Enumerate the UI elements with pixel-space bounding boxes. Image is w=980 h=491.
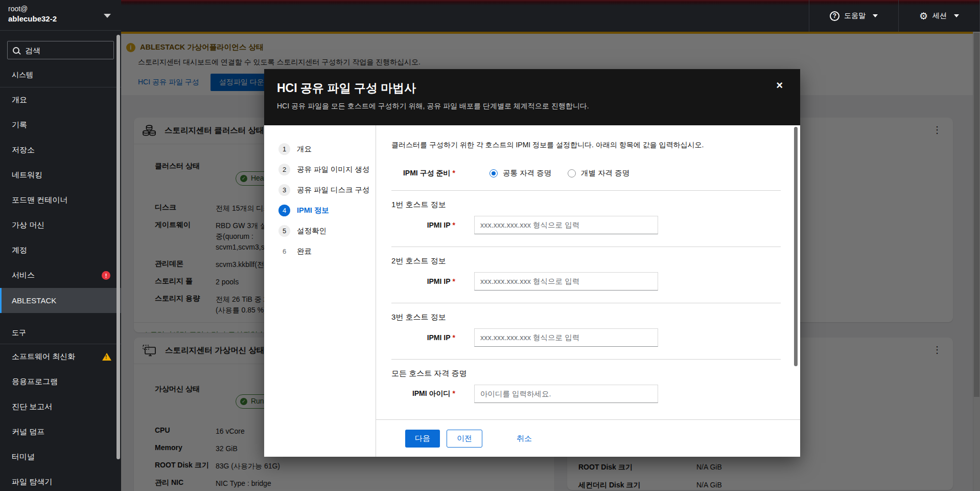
sidebar-item-overview[interactable]: 개요 bbox=[0, 87, 121, 113]
credentials-heading: 모든 호스트 자격 증명 bbox=[391, 369, 781, 378]
modal-header: HCI 공유 파일 구성 마법사 HCI 공유 파일을 모든 호스트에 구성하기… bbox=[264, 69, 800, 125]
wizard-body: 클러스터를 구성하기 위한 각 호스트의 IPMI 정보를 설정합니다. 아래의… bbox=[376, 125, 800, 419]
modal-subtitle: HCI 공유 파일을 모든 호스트에 구성하기 위해, 공유 파일 배포를 단계… bbox=[277, 102, 785, 111]
required-mark: * bbox=[453, 389, 455, 397]
sidebar-item-ablestack[interactable]: ABLESTACK bbox=[0, 288, 121, 313]
radio-icon bbox=[568, 169, 576, 177]
sidebar-item-applications[interactable]: 응용프로그램 bbox=[0, 369, 121, 394]
host2-ip-row: IPMI IP* bbox=[391, 272, 781, 291]
divider bbox=[391, 303, 781, 303]
error-badge-icon: ! bbox=[102, 271, 110, 280]
help-label: 도움말 bbox=[844, 11, 866, 20]
help-icon: ? bbox=[830, 11, 839, 21]
divider bbox=[391, 359, 781, 360]
radio-individual-credentials[interactable]: 개별 자격 증명 bbox=[568, 168, 629, 178]
wizard-intro: 클러스터를 구성하기 위한 각 호스트의 IPMI 정보를 설정합니다. 아래의… bbox=[391, 141, 781, 150]
sidebar-item-accounts[interactable]: 계정 bbox=[0, 238, 121, 263]
masthead: ? 도움말 ⚙ 세션 bbox=[121, 0, 980, 32]
hostname: ablecube32-2 bbox=[8, 14, 113, 23]
ipmi-id-input[interactable] bbox=[474, 385, 658, 403]
chevron-down-icon bbox=[954, 14, 959, 17]
divider bbox=[391, 190, 781, 191]
field-label: IPMI IP* bbox=[391, 277, 455, 285]
sidebar-scrollbar[interactable] bbox=[116, 35, 120, 459]
host2-heading: 2번 호스트 정보 bbox=[391, 256, 781, 266]
wizard-footer: 다음 이전 취소 bbox=[376, 419, 800, 457]
wizard-steps: 1개요 2공유 파일 이미지 생성 3공유 파일 디스크 구성 4IPMI 정보… bbox=[264, 125, 376, 457]
host2-ipmi-ip-input[interactable] bbox=[474, 272, 658, 291]
required-mark: * bbox=[453, 169, 455, 177]
required-mark: * bbox=[453, 333, 455, 342]
sidebar-item-podman[interactable]: 포드맨 컨테이너 bbox=[0, 188, 121, 213]
gear-icon: ⚙ bbox=[919, 11, 928, 21]
host3-heading: 3번 호스트 정보 bbox=[391, 313, 781, 322]
ipmi-prep-row: IPMI 구성 준비* 공통 자격 증명 개별 자격 증명 bbox=[391, 168, 781, 178]
search-input[interactable] bbox=[24, 46, 108, 55]
session-menu[interactable]: ⚙ 세션 bbox=[898, 0, 980, 32]
sidebar-item-networking[interactable]: 네트워킹 bbox=[0, 163, 121, 188]
sidebar-item-terminal[interactable]: 터미널 bbox=[0, 444, 121, 470]
sidebar-item-diagnostic-report[interactable]: 진단 보고서 bbox=[0, 394, 121, 419]
help-menu[interactable]: ? 도움말 bbox=[809, 0, 898, 32]
field-label: IPMI IP* bbox=[391, 221, 455, 229]
field-label: IPMI 아이디* bbox=[391, 389, 455, 398]
sidebar-item-kernel-dump[interactable]: 커널 덤프 bbox=[0, 419, 121, 444]
host1-ipmi-ip-input[interactable] bbox=[474, 216, 658, 234]
wizard-step-image-create[interactable]: 2공유 파일 이미지 생성 bbox=[264, 159, 376, 180]
host3-ip-row: IPMI IP* bbox=[391, 328, 781, 347]
radio-icon bbox=[489, 169, 498, 177]
wizard-step-disk-config[interactable]: 3공유 파일 디스크 구성 bbox=[264, 180, 376, 200]
user-menu[interactable]: root@ ablecube32-2 bbox=[0, 0, 121, 31]
hci-wizard-modal: HCI 공유 파일 구성 마법사 HCI 공유 파일을 모든 호스트에 구성하기… bbox=[264, 69, 800, 457]
close-icon[interactable]: × bbox=[773, 79, 786, 92]
wizard-step-overview[interactable]: 1개요 bbox=[264, 139, 376, 159]
session-label: 세션 bbox=[932, 11, 947, 20]
sidebar-item-storage[interactable]: 저장소 bbox=[0, 138, 121, 163]
host1-heading: 1번 호스트 정보 bbox=[391, 200, 781, 210]
sidebar-item-services[interactable]: 서비스 ! bbox=[0, 263, 121, 288]
user-prefix: root@ bbox=[8, 5, 113, 13]
field-label: IPMI 구성 준비* bbox=[391, 169, 455, 178]
sidebar-section-tools: 도구 bbox=[0, 321, 121, 344]
ipmi-id-row: IPMI 아이디* bbox=[391, 385, 781, 403]
host3-ipmi-ip-input[interactable] bbox=[474, 328, 658, 347]
wizard-step-confirm[interactable]: 5설정확인 bbox=[264, 220, 376, 241]
sidebar-section-system: 시스템 bbox=[0, 59, 121, 87]
required-mark: * bbox=[453, 277, 455, 285]
cancel-button[interactable]: 취소 bbox=[514, 433, 535, 444]
chevron-down-icon bbox=[104, 14, 111, 18]
sidebar-item-software-updates[interactable]: 소프트웨어 최신화 ! bbox=[0, 344, 121, 369]
wizard-step-ipmi-info[interactable]: 4IPMI 정보 bbox=[264, 200, 376, 220]
warning-badge-icon: ! bbox=[102, 353, 111, 361]
host1-ip-row: IPMI IP* bbox=[391, 216, 781, 234]
sidebar-search[interactable] bbox=[7, 41, 114, 59]
required-mark: * bbox=[453, 221, 455, 229]
wizard-step-complete[interactable]: 6완료 bbox=[264, 241, 376, 261]
field-label: IPMI IP* bbox=[391, 333, 455, 342]
prev-button[interactable]: 이전 bbox=[447, 430, 482, 448]
sidebar-item-logs[interactable]: 기록 bbox=[0, 113, 121, 138]
sidebar-item-file-browser[interactable]: 파일 탐색기 bbox=[0, 470, 121, 491]
radio-common-credentials[interactable]: 공통 자격 증명 bbox=[489, 168, 551, 178]
modal-scrollbar-thumb[interactable] bbox=[794, 127, 798, 366]
modal-title: HCI 공유 파일 구성 마법사 bbox=[277, 80, 785, 96]
next-button[interactable]: 다음 bbox=[405, 430, 440, 448]
divider bbox=[391, 247, 781, 247]
search-icon bbox=[13, 47, 19, 54]
sidebar-item-virtual-machines[interactable]: 가상 머신 bbox=[0, 213, 121, 238]
sidebar: root@ ablecube32-2 시스템 개요 기록 저장소 네트워킹 포드… bbox=[0, 0, 121, 491]
chevron-down-icon bbox=[873, 14, 878, 17]
